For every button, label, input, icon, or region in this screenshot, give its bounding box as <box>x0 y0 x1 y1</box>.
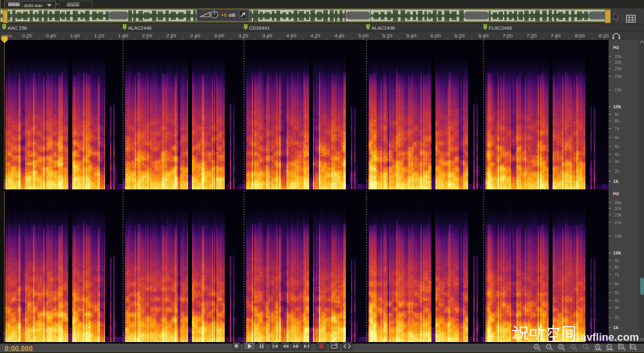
svg-text:-avfline.com: -avfline.com <box>577 331 639 343</box>
svg-text:+0: +0 <box>221 12 227 18</box>
svg-text:dB: dB <box>229 12 236 18</box>
